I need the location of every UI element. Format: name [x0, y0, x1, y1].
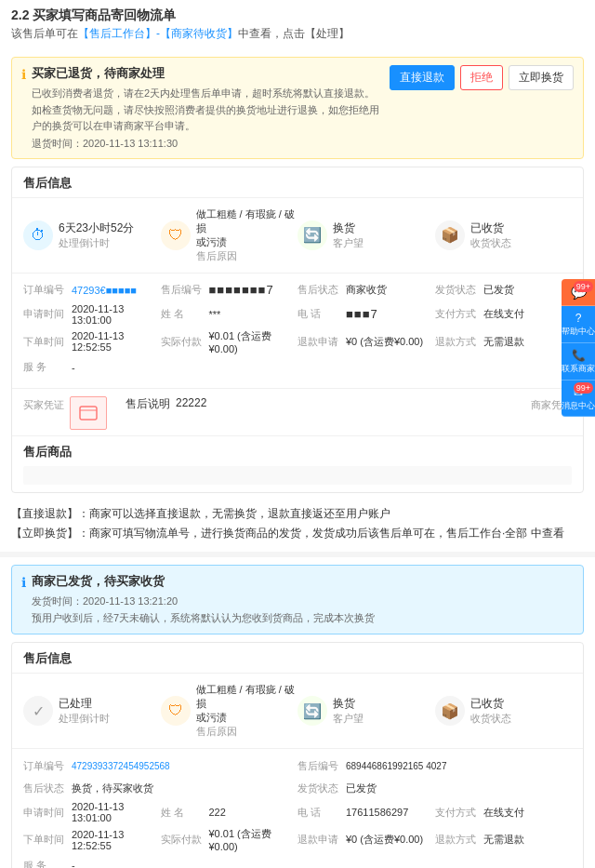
float-btn-help[interactable]: ? 帮助中心 — [562, 306, 595, 343]
info-cell-refund-method: 退款方式 无需退款 — [435, 329, 573, 354]
refuse-button[interactable]: 拒绝 — [460, 65, 503, 90]
info-row-1a: 订单编号 47293€■■■■■ 售后编号 ■■■■■■■7 售后状态 商家收货… — [23, 281, 572, 300]
middle-text-block: 【直接退款】：商家可以选择直接退款，无需换货，退款直接返还至用户账户 【立即换货… — [11, 504, 584, 544]
card-timer-1: ⏱ 6天23小时52分 处理倒计时 — [23, 207, 161, 263]
actual-pay-label-2: 实际付款 — [161, 833, 209, 847]
card-text-reason-1: 做工粗糙 / 有瑕疵 / 破损或污渍 售后原因 — [196, 207, 298, 263]
info-cell-order-no: 订单编号 47293€■■■■■ — [23, 281, 161, 300]
info-cell-service: 服 务 - — [23, 358, 572, 377]
card-value-received-1: 已收货 — [470, 220, 511, 236]
exchange-button[interactable]: 立即换货 — [509, 65, 574, 90]
voucher-row-1: 买家凭证 售后说明 22222 商家凭证 — [12, 389, 583, 436]
name-value-1: *** — [209, 309, 221, 320]
direct-refund-button[interactable]: 直接退款 — [390, 65, 455, 90]
refund-apply-value-1: ¥0 (含运费¥0.00) — [346, 335, 423, 349]
card-value-timer-1: 6天23小时52分 — [59, 220, 134, 236]
text-line2: 【立即换货】：商家可填写物流单号，进行换货商品的发货，发货成功后该售后单可在，售… — [11, 524, 584, 544]
card-label-timer-1: 处理倒计时 — [59, 236, 134, 250]
card-text-exchange-1: 换货 客户望 — [333, 220, 364, 250]
info-cell-refund-apply: 退款申请 ¥0 (含运费¥0.00) — [298, 329, 435, 354]
text-line1: 【直接退款】：商家可以选择直接退款，无需换货，退款直接返还至用户账户 — [11, 504, 584, 525]
actual-pay-value-1: ¥0.01 (含运费¥0.00) — [209, 329, 298, 354]
alert-bar-1: ℹ 买家已退货，待商家处理 已收到消费者退货，请在2天内处理售后单申请，超时系统… — [11, 57, 584, 159]
card-text-received-1: 已收货 收货状态 — [470, 220, 511, 250]
message-badge: 99+ — [574, 382, 593, 394]
card-label-received-2: 收货状态 — [470, 712, 511, 726]
alert-icon-1: ℹ — [21, 67, 26, 82]
info-cell-apply-time: 申请时间 2020-11-13 13:01:00 — [23, 303, 161, 326]
alert-title-1: 买家已退货，待商家处理 — [32, 65, 380, 82]
alert-content-1: 买家已退货，待商家处理 已收到消费者退货，请在2天内处理售后单申请，超时系统将默… — [32, 65, 380, 151]
info-cell-order-time: 下单时间 2020-11-13 12:52:55 — [23, 329, 161, 354]
info-cell-aftersale-no-2: 售后编号 689446861992165 4027 — [298, 756, 572, 775]
alert-desc-1: 已收到消费者退货，请在2天内处理售后单申请，超时系统将默认直接退款。如检查货物无… — [32, 86, 380, 135]
alert-title-2: 商家已发货，待买家收货 — [32, 573, 574, 590]
info-cell-name: 姓 名 *** — [161, 303, 298, 326]
page-title: 2.2 买家填写商品寄回物流单 — [0, 0, 595, 26]
svg-rect-0 — [80, 407, 97, 420]
card-label-received-1: 收货状态 — [470, 236, 511, 250]
alert-time-1: 退货时间：2020-11-13 13:11:30 — [32, 137, 380, 151]
info-cards-2: ✓ 已处理 处理倒计时 🛡 做工粗糙 / 有瑕疵 / 破损或污渍 售后原因 🔄 … — [12, 674, 583, 749]
float-btn-badge[interactable]: 💬 99+ — [562, 279, 595, 306]
goods-title-1: 售后商品 — [23, 444, 572, 461]
info-cell-ship-status-2: 发货状态 已发货 — [298, 779, 572, 797]
name-label-2: 姓 名 — [161, 806, 209, 820]
card-label-exchange-2: 客户望 — [333, 712, 364, 726]
info-cell-aftersale-no: 售后编号 ■■■■■■■7 — [161, 281, 298, 300]
info-cell-service-2: 服 务 - — [23, 856, 572, 868]
alert-bar-2: ℹ 商家已发货，待买家收货 发货时间：2020-11-13 13:21:20 预… — [11, 565, 584, 634]
float-btn-message[interactable]: ✉ 消息中心 99+ — [562, 381, 595, 418]
aftersale-no-label-1: 售后编号 — [161, 283, 209, 297]
info-grid-2: 订单编号 4729393372454952568 售后编号 6894468619… — [12, 749, 583, 868]
alert-icon-2: ℹ — [21, 575, 26, 590]
card-reason-2: 🛡 做工粗糙 / 有瑕疵 / 破损或污渍 售后原因 — [161, 683, 298, 739]
help-label: 帮助中心 — [562, 327, 595, 337]
phone-value-2: 17611586297 — [346, 807, 408, 818]
ship-status-value-2: 已发货 — [346, 781, 377, 795]
card-value-exchange-2: 换货 — [333, 696, 364, 712]
message-label: 消息中心 — [562, 401, 595, 411]
apply-time-value-1: 2020-11-13 13:01:00 — [72, 303, 161, 326]
contact-icon: 📞 — [572, 349, 586, 362]
badge-count: 99+ — [574, 281, 593, 292]
card-value-received-2: 已收货 — [470, 696, 511, 712]
info-cell-refund-method-2: 退款方式 无需退款 — [435, 827, 573, 852]
info-cell-pay-method-2: 支付方式 在线支付 — [435, 801, 573, 823]
refund-method-label-2: 退款方式 — [435, 833, 483, 847]
apply-time-value-2: 2020-11-13 13:01:00 — [72, 801, 161, 823]
actual-pay-value-2: ¥0.01 (含运费¥0.00) — [209, 827, 298, 852]
aftersale-section-1: 售后信息 ⏱ 6天23小时52分 处理倒计时 🛡 做工粗糙 / 有瑕疵 / 破损… — [11, 167, 584, 493]
refund-apply-label-1: 退款申请 — [298, 335, 346, 349]
order-time-value-2: 2020-11-13 12:52:55 — [72, 829, 161, 851]
goods-section-1: 售后商品 — [12, 436, 583, 492]
card-received-1: 📦 已收货 收货状态 — [435, 207, 573, 263]
phone-label-1: 电 话 — [298, 307, 346, 321]
service-value-2: - — [72, 860, 75, 868]
card-icon-timer-2: ✓ — [23, 696, 53, 726]
name-value-2: 222 — [209, 807, 226, 818]
info-cell-refund-apply-2: 退款申请 ¥0 (含运费¥0.00) — [298, 827, 435, 852]
card-value-reason-2: 做工粗糙 / 有瑕疵 / 破损或污渍 — [196, 683, 298, 725]
info-cell-status-2: 售后状态 换货，待买家收货 — [23, 779, 298, 797]
apply-time-label-2: 申请时间 — [23, 806, 72, 820]
info-row-1c: 下单时间 2020-11-13 12:52:55 实际付款 ¥0.01 (含运费… — [23, 329, 572, 354]
float-panel: 💬 99+ ? 帮助中心 📞 联系商家 ✉ 消息中心 99+ — [562, 279, 595, 417]
card-reason-1: 🛡 做工粗糙 / 有瑕疵 / 破损或污渍 售后原因 — [161, 207, 298, 263]
buyer-voucher-img-1[interactable] — [70, 396, 107, 430]
float-btn-contact[interactable]: 📞 联系商家 — [562, 343, 595, 381]
phone-label-2: 电 话 — [298, 806, 346, 820]
refund-method-label-1: 退款方式 — [435, 335, 483, 349]
buyer-voucher-1: 买家凭证 — [23, 396, 107, 430]
aftersale-no-value-1: ■■■■■■■7 — [209, 283, 274, 297]
service-value-1: - — [72, 362, 75, 373]
service-label-1: 服 务 — [23, 360, 72, 374]
aftersale-desc-label-1: 售后说明 — [126, 396, 170, 412]
info-row-2b: 申请时间 2020-11-13 13:01:00 姓 名 222 电 话 176… — [23, 801, 572, 823]
card-value-reason-1: 做工粗糙 / 有瑕疵 / 破损或污渍 — [196, 207, 298, 249]
card-exchange-1: 🔄 换货 客户望 — [298, 207, 435, 263]
order-time-label-2: 下单时间 — [23, 833, 72, 847]
status-label-1: 售后状态 — [298, 283, 346, 297]
card-icon-reason-2: 🛡 — [161, 696, 191, 726]
order-no-label-2: 订单编号 — [23, 759, 72, 773]
